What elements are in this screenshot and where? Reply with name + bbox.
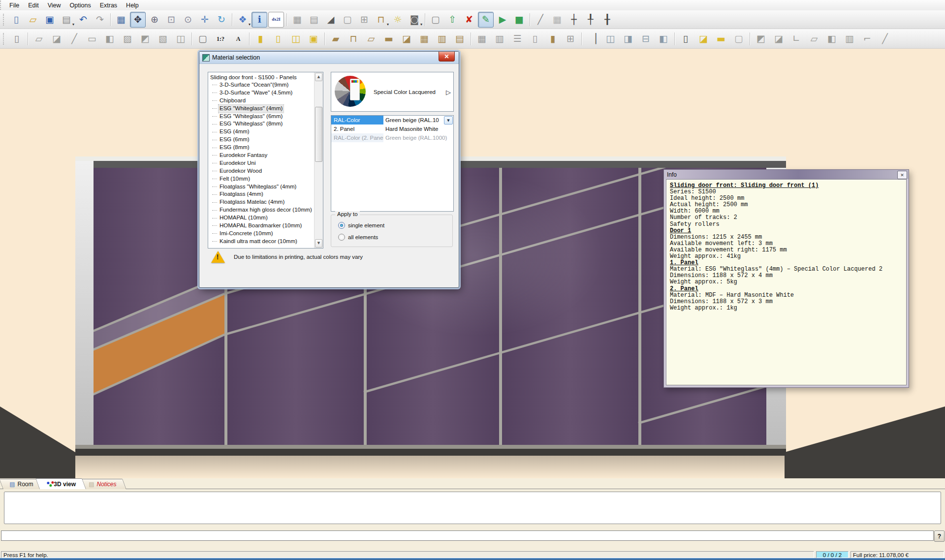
save-button[interactable]: ▣: [42, 12, 58, 28]
tree-item[interactable]: 3-D-Surface "Ocean"(9mm): [210, 81, 315, 89]
cabinet-grid-button[interactable]: ⊞: [562, 31, 579, 47]
undo-button[interactable]: ↶: [75, 12, 91, 28]
wood-cabinet-1-button[interactable]: ▦: [416, 31, 433, 47]
box-yellow-button[interactable]: ▬: [713, 31, 729, 47]
tree-item[interactable]: Fundermax high gloss decor (10mm): [210, 206, 315, 214]
tree-item[interactable]: ESG "Whiteglass" (4mm): [210, 105, 315, 113]
radio-option[interactable]: single element: [338, 222, 452, 229]
pan-button[interactable]: ✛: [197, 12, 213, 28]
radio-button[interactable]: [338, 222, 345, 229]
yellow-door-2-button[interactable]: ▯: [270, 31, 286, 47]
tree-item[interactable]: ESG "Whiteglass" (8mm): [210, 120, 315, 128]
tree-scrollbar[interactable]: ▲ ▼: [314, 72, 323, 248]
command-input[interactable]: [1, 530, 934, 541]
tree-item[interactable]: Eurodekor Fantasy: [210, 152, 315, 159]
tree-item[interactable]: 3-D-Surface "Wave" (4.5mm): [210, 89, 315, 97]
menu-view[interactable]: View: [43, 0, 65, 10]
cabinet-side-left[interactable]: [75, 161, 94, 452]
rotate-view-button[interactable]: ↻: [214, 12, 229, 28]
scroll-thumb[interactable]: [315, 107, 322, 162]
corner-shelf-4-button[interactable]: ▱: [806, 31, 822, 47]
move-element-button[interactable]: ⇧: [444, 12, 460, 28]
window-button[interactable]: ▢: [340, 12, 355, 28]
scroll-up-icon[interactable]: ▲: [315, 73, 322, 81]
corner-shelf-8-button[interactable]: ╱: [877, 31, 893, 47]
tree-item[interactable]: Kaindl ultra matt decor (10mm): [210, 238, 315, 246]
yellow-door-1-button[interactable]: ▮: [252, 31, 269, 47]
cabinet-carcass-1-button[interactable]: ▦: [473, 31, 490, 47]
tall-door-button[interactable]: ▯: [677, 31, 694, 47]
tree-item[interactable]: HOMAPAL Boardmarker (10mm): [210, 222, 315, 230]
snap-grid-button[interactable]: ▦: [549, 12, 565, 28]
menu-help[interactable]: Help: [122, 0, 143, 10]
door-white-button[interactable]: ▢: [730, 31, 747, 47]
value-dropdown-button[interactable]: ▼: [444, 116, 453, 124]
animate-stop-button[interactable]: ■: [511, 12, 527, 28]
tree-item[interactable]: Imi-Concrete (10mm): [210, 230, 315, 238]
door-swing-right-button[interactable]: ◨: [620, 31, 636, 47]
expand-arrow-icon[interactable]: ▷: [446, 88, 451, 95]
wall-button[interactable]: ▤: [306, 12, 322, 28]
info-close-button[interactable]: ✕: [897, 171, 907, 179]
corner-shelf-5-button[interactable]: ◧: [823, 31, 840, 47]
shelf-unit-1-button[interactable]: ▱: [31, 31, 47, 47]
new-file-button[interactable]: ▯: [8, 12, 24, 28]
shelf-unit-5-button[interactable]: ◧: [101, 31, 118, 47]
redo-button[interactable]: ↷: [92, 12, 108, 28]
menu-file[interactable]: File: [5, 0, 24, 10]
edit-material-button[interactable]: ✎: [478, 12, 494, 28]
corner-shelf-1-button[interactable]: ◩: [753, 31, 769, 47]
radio-button[interactable]: [338, 234, 345, 241]
snap-corner-button[interactable]: ╀: [583, 12, 598, 28]
shelf-unit-4-button[interactable]: ▭: [84, 31, 100, 47]
wood-panel-1-button[interactable]: ▰: [327, 31, 344, 47]
measure-button[interactable]: ╱: [533, 12, 548, 28]
info-mode-button[interactable]: ℹ: [252, 12, 267, 28]
tree-item[interactable]: Chipboard: [210, 97, 315, 105]
scale-display-button[interactable]: 1:?: [212, 31, 229, 47]
material-preview-box[interactable]: Special Color Lacquered ▷: [331, 72, 454, 112]
notices-panel[interactable]: [4, 492, 941, 524]
tab-3d-view[interactable]: 3D view: [35, 478, 86, 489]
yellow-door-4-button[interactable]: ▣: [305, 31, 322, 47]
move-tool-button[interactable]: ✥: [130, 12, 146, 28]
snap-edge-button[interactable]: ╂: [599, 12, 615, 28]
side-panel-button[interactable]: ▕: [584, 31, 601, 47]
camera-button[interactable]: ◙▾: [407, 12, 422, 28]
property-row[interactable]: RAL-Color (2. Panel)Green beige (RAL.100…: [331, 133, 453, 142]
property-row[interactable]: RAL-ColorGreen beige (RAL.10▼: [331, 116, 453, 124]
cabinet-drawers-button[interactable]: ☰: [509, 31, 526, 47]
zoom-in-button[interactable]: ⊕: [147, 12, 162, 28]
door-wood-button[interactable]: ▮: [544, 31, 561, 47]
zoom-window-button[interactable]: ⊡: [163, 12, 179, 28]
shelf-unit-8-button[interactable]: ▧: [155, 31, 171, 47]
shelf-unit-7-button[interactable]: ◩: [137, 31, 154, 47]
animate-play-button[interactable]: ▶: [495, 12, 510, 28]
cabinet-tall-button[interactable]: ▯: [527, 31, 543, 47]
menu-extras[interactable]: Extras: [95, 0, 122, 10]
tree-item[interactable]: HOMAPAL (10mm): [210, 214, 315, 222]
print-button[interactable]: ▤▾: [59, 12, 74, 28]
yellow-door-3-button[interactable]: ◫: [287, 31, 304, 47]
menu-edit[interactable]: Edit: [24, 0, 43, 10]
wood-cabinet-2-button[interactable]: ▥: [434, 31, 450, 47]
cabinet-open-button[interactable]: ◧: [655, 31, 672, 47]
layers-button[interactable]: ❖▾: [235, 12, 251, 28]
selection-marquee-button[interactable]: ▢: [194, 31, 211, 47]
tree-item[interactable]: ESG (6mm): [210, 136, 315, 144]
roof-button[interactable]: ◢: [323, 12, 339, 28]
corner-shelf-2-button[interactable]: ◪: [770, 31, 787, 47]
wood-cabinet-3-button[interactable]: ▤: [451, 31, 468, 47]
door-swing-left-button[interactable]: ◫: [602, 31, 619, 47]
dialog-close-button[interactable]: ✕: [439, 52, 455, 62]
tree-item[interactable]: ESG (8mm): [210, 144, 315, 152]
tree-item[interactable]: Floatglass (4mm): [210, 190, 315, 198]
furniture-button[interactable]: ⊓▾: [373, 12, 389, 28]
open-file-button[interactable]: ▱: [25, 12, 41, 28]
tree-item[interactable]: Eurodekor Uni: [210, 159, 315, 167]
tree-item[interactable]: Floatglass "Whiteglass" (4mm): [210, 183, 315, 191]
corner-shelf-6-button[interactable]: ▥: [841, 31, 858, 47]
menu-options[interactable]: Options: [65, 0, 95, 10]
delete-element-button[interactable]: ✘: [461, 12, 477, 28]
select-element-button[interactable]: ▢: [428, 12, 443, 28]
